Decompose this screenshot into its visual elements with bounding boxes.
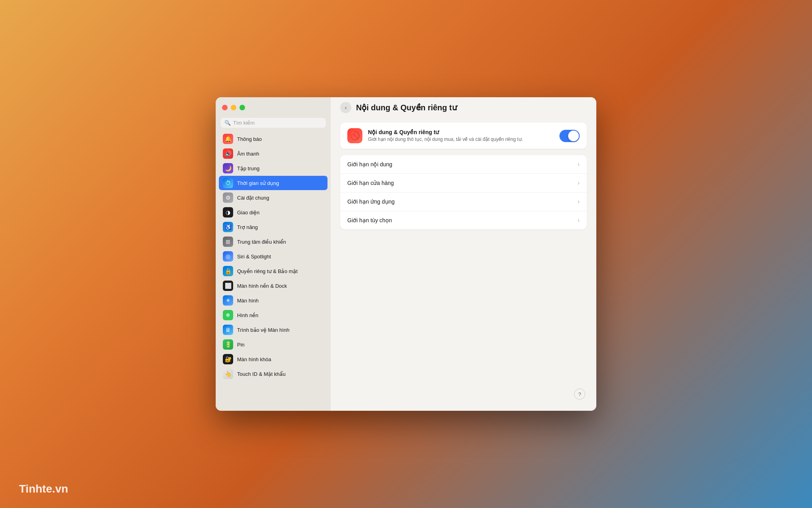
content-area: 🚫 Nội dung & Quyền riêng tư Giới hạn nội… — [331, 118, 596, 411]
siri-icon: ◎ — [223, 251, 233, 262]
touchid-label: Touch ID & Mật khẩu — [237, 371, 285, 377]
sidebar-item-privacy[interactable]: 🔒Quyền riêng tư & Bảo mật — [219, 264, 327, 278]
menu-group: Giới hạn nội dung›Giới hạn cửa hàng›Giới… — [340, 155, 587, 229]
sidebar-item-wallpaper-dock[interactable]: ⬜Màn hình nền & Dock — [219, 279, 327, 293]
sound-label: Âm thanh — [237, 151, 259, 157]
close-button[interactable] — [222, 105, 228, 110]
appearance-icon: ◑ — [223, 207, 233, 217]
main-content: ‹ Nội dung & Quyền riêng tư 🚫 Nội dung &… — [331, 97, 596, 411]
notifications-icon: 🔔 — [223, 134, 233, 144]
back-icon: ‹ — [345, 104, 347, 111]
focus-icon: 🌙 — [223, 163, 233, 173]
maximize-button[interactable] — [239, 105, 245, 110]
general-icon: ⚙ — [223, 192, 233, 203]
sidebar: 🔍 🔔Thông báo🔊Âm thanh🌙Tập trung⏱Thời gia… — [216, 97, 331, 411]
chevron-icon-1: › — [578, 179, 580, 187]
focus-label: Tập trung — [237, 165, 259, 171]
titlebar — [216, 97, 331, 118]
sidebar-item-lockscreen[interactable]: 🔐Màn hình khóa — [219, 352, 327, 366]
control-icon: ⊞ — [223, 237, 233, 247]
wallpaper-label: Hình nền — [237, 312, 259, 318]
menu-row-0[interactable]: Giới hạn nội dung› — [340, 155, 587, 174]
appearance-label: Giao diện — [237, 210, 259, 216]
wallpaper-dock-label: Màn hình nền & Dock — [237, 283, 287, 289]
top-card-icon: 🚫 — [347, 128, 362, 143]
siri-label: Siri & Spotlight — [237, 254, 271, 260]
screentime-label: Thời gian sử dụng — [237, 180, 279, 186]
general-label: Cài đặt chung — [237, 195, 269, 201]
sidebar-list: 🔔Thông báo🔊Âm thanh🌙Tập trung⏱Thời gian … — [216, 132, 331, 411]
sidebar-item-touchid[interactable]: 👆Touch ID & Mật khẩu — [219, 367, 327, 381]
sidebar-item-control[interactable]: ⊞Trung tâm điều khiển — [219, 235, 327, 249]
main-header: ‹ Nội dung & Quyền riêng tư — [331, 97, 596, 118]
sound-icon: 🔊 — [223, 148, 233, 159]
search-icon: 🔍 — [224, 120, 231, 126]
menu-row-3[interactable]: Giới hạn tùy chọn› — [340, 211, 587, 229]
sidebar-item-display[interactable]: ☀Màn hình — [219, 293, 327, 308]
search-bar[interactable]: 🔍 — [220, 118, 326, 128]
display-label: Màn hình — [237, 298, 259, 304]
screentime-icon: ⏱ — [223, 178, 233, 188]
wallpaper-icon: ❄ — [223, 310, 233, 320]
menu-row-2[interactable]: Giới hạn ứng dụng› — [340, 192, 587, 211]
control-label: Trung tâm điều khiển — [237, 239, 286, 245]
display-icon: ☀ — [223, 295, 233, 306]
chevron-icon-0: › — [578, 161, 580, 168]
menu-row-label-2: Giới hạn ứng dụng — [347, 198, 574, 205]
touchid-icon: 👆 — [223, 369, 233, 379]
top-card-subtitle: Giới hạn nội dung thô tục, nội dung mua,… — [368, 136, 554, 143]
chevron-icon-2: › — [578, 198, 580, 205]
minimize-button[interactable] — [231, 105, 236, 110]
wallpaper-dock-icon: ⬜ — [223, 281, 233, 291]
sidebar-item-wallpaper[interactable]: ❄Hình nền — [219, 308, 327, 322]
settings-window: 🔍 🔔Thông báo🔊Âm thanh🌙Tập trung⏱Thời gia… — [216, 97, 596, 411]
menu-row-label-1: Giới hạn cửa hàng — [347, 180, 574, 186]
accessibility-label: Trợ năng — [237, 224, 258, 230]
sidebar-item-accessibility[interactable]: ♿Trợ năng — [219, 220, 327, 234]
notifications-label: Thông báo — [237, 136, 262, 142]
sidebar-item-sound[interactable]: 🔊Âm thanh — [219, 146, 327, 161]
sidebar-item-siri[interactable]: ◎Siri & Spotlight — [219, 249, 327, 264]
sidebar-item-appearance[interactable]: ◑Giao diện — [219, 205, 327, 219]
lockscreen-label: Màn hình khóa — [237, 356, 271, 362]
menu-row-label-0: Giới hạn nội dung — [347, 161, 574, 167]
help-button[interactable]: ? — [574, 389, 585, 400]
privacy-icon: 🔒 — [223, 266, 233, 276]
top-card-text: Nội dung & Quyền riêng tư Giới hạn nội d… — [368, 129, 554, 143]
top-card: 🚫 Nội dung & Quyền riêng tư Giới hạn nội… — [340, 123, 587, 149]
sidebar-item-battery[interactable]: 🔋Pin — [219, 337, 327, 352]
back-button[interactable]: ‹ — [340, 102, 351, 113]
accessibility-icon: ♿ — [223, 222, 233, 232]
battery-label: Pin — [237, 342, 245, 348]
menu-row-1[interactable]: Giới hạn cửa hàng› — [340, 174, 587, 192]
top-card-title: Nội dung & Quyền riêng tư — [368, 129, 554, 135]
sidebar-item-notifications[interactable]: 🔔Thông báo — [219, 132, 327, 146]
menu-row-label-3: Giới hạn tùy chọn — [347, 217, 574, 223]
chevron-icon-3: › — [578, 217, 580, 224]
sidebar-item-focus[interactable]: 🌙Tập trung — [219, 161, 327, 175]
privacy-label: Quyền riêng tư & Bảo mật — [237, 268, 298, 274]
page-title: Nội dung & Quyền riêng tư — [356, 103, 457, 112]
battery-icon: 🔋 — [223, 339, 233, 350]
sidebar-item-screensaver[interactable]: 🖥Trình bảo vệ Màn hình — [219, 323, 327, 337]
lockscreen-icon: 🔐 — [223, 354, 233, 364]
watermark: Tinhte.vn — [19, 483, 68, 495]
screensaver-icon: 🖥 — [223, 325, 233, 335]
sidebar-item-general[interactable]: ⚙Cài đặt chung — [219, 190, 327, 205]
search-input[interactable] — [233, 120, 322, 126]
sidebar-item-screentime[interactable]: ⏱Thời gian sử dụng — [219, 176, 327, 190]
content-privacy-toggle[interactable] — [559, 130, 580, 142]
screensaver-label: Trình bảo vệ Màn hình — [237, 327, 289, 333]
